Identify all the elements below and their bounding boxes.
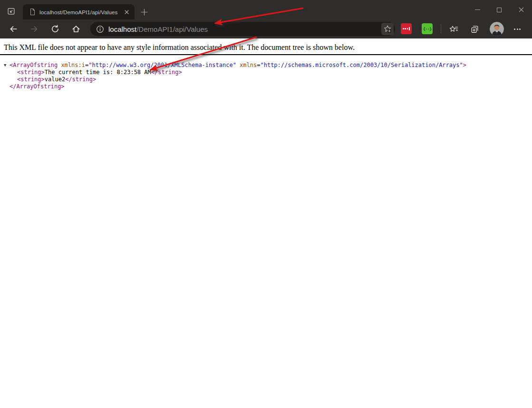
address-bar[interactable]: localhost/DemoAPI1/api/Values — [90, 22, 395, 36]
window-controls — [466, 0, 532, 19]
refresh-button[interactable] — [47, 21, 63, 37]
page-content: This XML file does not appear to have an… — [0, 38, 532, 408]
add-favorite-button[interactable] — [381, 23, 394, 35]
tab-actions-menu-button[interactable] — [5, 5, 17, 17]
star-plus-icon — [383, 25, 392, 33]
xml-collapse-toggle[interactable]: ▼ — [4, 62, 10, 69]
maximize-button[interactable] — [488, 0, 510, 19]
avatar-photo — [490, 22, 504, 36]
toolbar-divider — [441, 24, 441, 34]
minimize-button[interactable] — [466, 0, 488, 19]
maximize-icon — [497, 8, 502, 12]
close-icon — [519, 7, 524, 12]
browser-tab[interactable]: localhost/DemoAPI1/api/Values — [23, 4, 135, 19]
forward-arrow-icon — [30, 25, 39, 33]
xml-line: </ArrayOfstring> — [4, 83, 532, 90]
forward-button[interactable] — [26, 21, 42, 37]
site-info-icon[interactable] — [96, 25, 104, 33]
ellipsis-icon — [514, 28, 515, 30]
tab-close-icon[interactable] — [122, 8, 131, 16]
lastpass-icon — [403, 27, 409, 30]
collections-icon — [470, 25, 479, 34]
back-arrow-icon — [9, 25, 18, 33]
url-text: localhost/DemoAPI1/api/Values — [108, 25, 208, 33]
collections-button[interactable] — [466, 21, 483, 37]
favorites-button[interactable] — [445, 21, 462, 37]
settings-more-button[interactable] — [509, 21, 525, 37]
document-favicon-icon — [29, 8, 36, 16]
xml-line: <string>The current time is: 8:23:58 AM<… — [4, 69, 532, 76]
browser-toolbar: localhost/DemoAPI1/api/Values {··} — [0, 19, 532, 38]
plus-icon — [141, 9, 148, 16]
home-icon — [72, 25, 80, 33]
close-window-button[interactable] — [510, 0, 532, 19]
lastpass-extension-button[interactable] — [401, 23, 412, 34]
xml-line: <string>value2</string> — [4, 76, 532, 83]
tab-bar: localhost/DemoAPI1/api/Values — [0, 0, 532, 19]
url-host: localhost — [108, 25, 136, 33]
back-button[interactable] — [5, 21, 21, 37]
profile-avatar[interactable] — [490, 22, 504, 36]
refresh-icon — [51, 25, 59, 33]
tab-actions-icon — [7, 7, 15, 15]
home-button[interactable] — [68, 21, 84, 37]
xml-tree: ▼<ArrayOfstring xmlns:i="http://www.w3.o… — [4, 62, 532, 90]
xml-notice-container: This XML file does not appear to have an… — [0, 38, 532, 55]
xml-notice-text: This XML file does not appear to have an… — [4, 43, 355, 51]
code-extension-icon: {··} — [423, 27, 432, 31]
url-path: /DemoAPI1/api/Values — [136, 25, 208, 33]
tab-title: localhost/DemoAPI1/api/Values — [39, 9, 122, 15]
code-extension-button[interactable]: {··} — [422, 23, 433, 34]
minimize-icon — [475, 9, 480, 10]
new-tab-button[interactable] — [138, 6, 150, 18]
xml-line: ▼<ArrayOfstring xmlns:i="http://www.w3.o… — [4, 62, 532, 69]
favorites-star-icon — [449, 25, 458, 34]
